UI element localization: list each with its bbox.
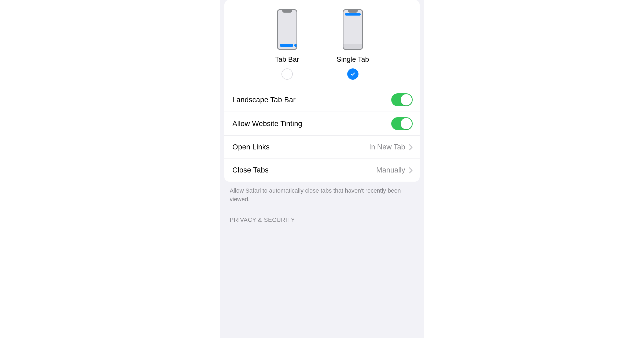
open-links-value: In New Tab — [369, 143, 405, 151]
close-tabs-row[interactable]: Close Tabs Manually — [224, 159, 420, 182]
landscape-tab-bar-toggle[interactable] — [391, 93, 413, 106]
open-links-row[interactable]: Open Links In New Tab — [224, 135, 420, 159]
close-tabs-label: Close Tabs — [232, 166, 269, 174]
landscape-tab-bar-row[interactable]: Landscape Tab Bar — [224, 88, 420, 112]
privacy-security-header: Privacy & Security — [220, 204, 424, 223]
allow-website-tinting-label: Allow Website Tinting — [232, 120, 302, 128]
tab-bar-radio[interactable] — [281, 68, 293, 80]
tab-bar-option[interactable]: Tab Bar — [275, 9, 299, 80]
checkmark-icon — [350, 71, 356, 77]
close-tabs-value: Manually — [376, 166, 405, 174]
allow-website-tinting-toggle[interactable] — [391, 117, 413, 130]
landscape-tab-bar-label: Landscape Tab Bar — [232, 96, 296, 104]
single-tab-option[interactable]: Single Tab — [336, 9, 369, 80]
close-tabs-footer: Allow Safari to automatically close tabs… — [220, 182, 424, 204]
settings-panel: Tab Bar Single Tab Landscape Tab Bar — [220, 0, 424, 338]
tab-layout-selector: Tab Bar Single Tab — [224, 0, 420, 88]
allow-website-tinting-row[interactable]: Allow Website Tinting — [224, 112, 420, 135]
chevron-right-icon — [409, 144, 413, 150]
tab-bar-label: Tab Bar — [275, 55, 299, 64]
single-tab-label: Single Tab — [336, 55, 369, 64]
single-tab-radio[interactable] — [347, 68, 358, 80]
tabs-settings-card: Tab Bar Single Tab Landscape Tab Bar — [224, 0, 420, 182]
open-links-label: Open Links — [232, 143, 270, 151]
chevron-right-icon — [409, 167, 413, 174]
phone-preview-tab-bar-icon — [277, 9, 297, 50]
phone-preview-single-tab-icon — [343, 9, 363, 50]
